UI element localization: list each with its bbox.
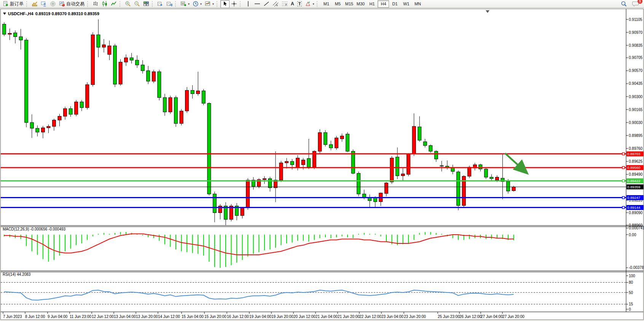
- chartshift-icon: [166, 1, 172, 7]
- label-button[interactable]: T: [296, 0, 304, 8]
- linechart-icon: [111, 1, 117, 7]
- svg-text:21 Jun 20:00: 21 Jun 20:00: [338, 315, 360, 319]
- shapes-icon: [305, 1, 311, 7]
- horizontal-line-button[interactable]: [253, 0, 262, 8]
- template-button[interactable]: ▾: [203, 0, 215, 8]
- text-button-icon: A: [291, 1, 294, 6]
- toolbar-separator: [240, 1, 242, 7]
- cursor-button[interactable]: [220, 0, 230, 8]
- cursor-icon: [222, 1, 228, 7]
- channel-icon: E: [273, 1, 279, 7]
- svg-text:23 Jun 20:00: 23 Jun 20:00: [404, 315, 426, 319]
- chevron-down-icon: ▾: [312, 2, 314, 6]
- data-window-button[interactable]: [39, 0, 48, 8]
- crosshair-button[interactable]: [230, 0, 239, 8]
- notification-badge: 1: [638, 0, 642, 4]
- svg-text:0.90300: 0.90300: [629, 95, 643, 99]
- svg-text:0.89359: 0.89359: [627, 185, 640, 189]
- svg-text:27 Jun 20:00: 27 Jun 20:00: [502, 315, 524, 319]
- vertical-line-button[interactable]: [244, 0, 253, 8]
- svg-text:22 Jun 12:00: 22 Jun 12:00: [359, 315, 381, 319]
- timeframe-m5[interactable]: M5: [332, 0, 343, 8]
- svg-text:27 Jun 04:00: 27 Jun 04:00: [481, 315, 503, 319]
- zoom-out-button[interactable]: [132, 0, 142, 8]
- svg-text:8 Jun 12:00: 8 Jun 12:00: [25, 315, 45, 319]
- candles-icon: [102, 1, 108, 7]
- fibonacci-button[interactable]: F: [280, 0, 289, 8]
- svg-text:0.89144: 0.89144: [627, 205, 640, 210]
- svg-text:11 Jun 23:00: 11 Jun 23:00: [70, 315, 92, 319]
- bars-icon: [92, 1, 99, 7]
- svg-text:19 Jun 20:00: 19 Jun 20:00: [271, 315, 293, 319]
- toolbar-separator: [120, 1, 122, 7]
- timeframe-h4[interactable]: H4: [378, 0, 389, 8]
- channel-button[interactable]: E: [271, 0, 280, 8]
- svg-text:0.89422: 0.89422: [627, 179, 640, 183]
- candlestick-mode-button[interactable]: [100, 0, 109, 8]
- toolbar-separator: [317, 1, 319, 7]
- auto-trading-button-label: 自动交易: [66, 1, 84, 7]
- svg-text:0.90705: 0.90705: [629, 56, 643, 60]
- timeframe-m30[interactable]: M30: [355, 0, 366, 8]
- tline-icon: [263, 1, 269, 7]
- clock-icon: [193, 1, 199, 7]
- macd-indicator-label: MACD(12,26,9) -0.000656 -0.000493: [3, 227, 65, 231]
- auto-trading-button[interactable]: 自动交易: [57, 0, 86, 8]
- svg-text:50: 50: [629, 291, 633, 295]
- svg-text:13 Jun 20:00: 13 Jun 20:00: [136, 315, 158, 319]
- toolbar-separator: [217, 1, 219, 7]
- svg-text:0.89090: 0.89090: [629, 211, 643, 215]
- svg-text:19 Jun 04:00: 19 Jun 04:00: [249, 315, 271, 319]
- svg-text:23 Jun 04:00: 23 Jun 04:00: [381, 315, 403, 319]
- svg-text:0.89760: 0.89760: [629, 146, 643, 151]
- autoscroll-icon: [157, 1, 163, 7]
- svg-text:-0.003781: -0.003781: [629, 265, 644, 270]
- chart-title: USDCHF-,H4 0.89319 0.89370 0.89310 0.893…: [3, 11, 99, 16]
- crosshair-icon: [231, 1, 237, 7]
- timeframe-d1[interactable]: D1: [389, 0, 400, 8]
- strategy-tester-button[interactable]: [48, 0, 57, 8]
- text-button[interactable]: A: [289, 0, 296, 8]
- label-button-icon: T: [297, 1, 302, 6]
- notifications-button[interactable]: 1: [631, 0, 641, 8]
- timeframe-mn[interactable]: MN: [412, 0, 423, 8]
- vline-icon: [245, 1, 251, 7]
- gold-chart-icon: [32, 1, 38, 7]
- toolbar-separator: [26, 1, 29, 7]
- zoom-in-button[interactable]: [123, 0, 132, 8]
- svg-text:13 Jun 04:00: 13 Jun 04:00: [114, 315, 136, 319]
- timeframe-m1[interactable]: M1: [320, 0, 332, 8]
- svg-text:20 Jun 12:00: 20 Jun 12:00: [293, 315, 316, 319]
- new-order-button[interactable]: 新订单: [1, 0, 25, 8]
- svg-text:0.89560: 0.89560: [627, 165, 640, 170]
- search-button[interactable]: [619, 0, 628, 8]
- one-click-trading-collapse-icon[interactable]: [3, 13, 6, 15]
- hline-icon: [254, 1, 260, 7]
- auto-scroll-button[interactable]: [156, 0, 165, 8]
- trendline-button[interactable]: [262, 0, 271, 8]
- timeframe-m15[interactable]: M15: [343, 0, 355, 8]
- chevron-down-icon: ▾: [212, 2, 214, 6]
- bar-chart-mode-button[interactable]: [91, 0, 100, 8]
- chart-shift-button[interactable]: [165, 0, 174, 8]
- line-chart-mode-button[interactable]: [109, 0, 118, 8]
- period-button[interactable]: ▾: [191, 0, 203, 8]
- svg-text:25 Jun 23:00: 25 Jun 23:00: [438, 315, 460, 319]
- svg-text:100: 100: [629, 274, 635, 278]
- timeframe-h1[interactable]: H1: [366, 0, 378, 8]
- symbol-period-label: USDCHF-,H4: [8, 11, 33, 16]
- shapes-button[interactable]: ▾: [303, 0, 316, 8]
- tiles-icon: [143, 1, 149, 7]
- new-chart-button[interactable]: ▾: [179, 0, 191, 8]
- timeframe-w1[interactable]: W1: [400, 0, 412, 8]
- chart-canvas[interactable]: 0.911050.909700.908350.907050.905700.904…: [0, 0, 644, 321]
- main-toolbar: 新订单自动交易▾▾▾EFAT▾M1M5M15M30H1H4D1W1MN1: [0, 0, 644, 8]
- market-watch-button[interactable]: [30, 0, 39, 8]
- svg-text:E: E: [276, 4, 278, 6]
- zoom-out-icon: [134, 1, 140, 7]
- svg-text:0.89703: 0.89703: [627, 152, 640, 156]
- chevron-down-icon: ▾: [188, 2, 190, 6]
- search-icon: [621, 1, 627, 7]
- tile-windows-button[interactable]: [142, 0, 151, 8]
- svg-text:80: 80: [629, 280, 633, 284]
